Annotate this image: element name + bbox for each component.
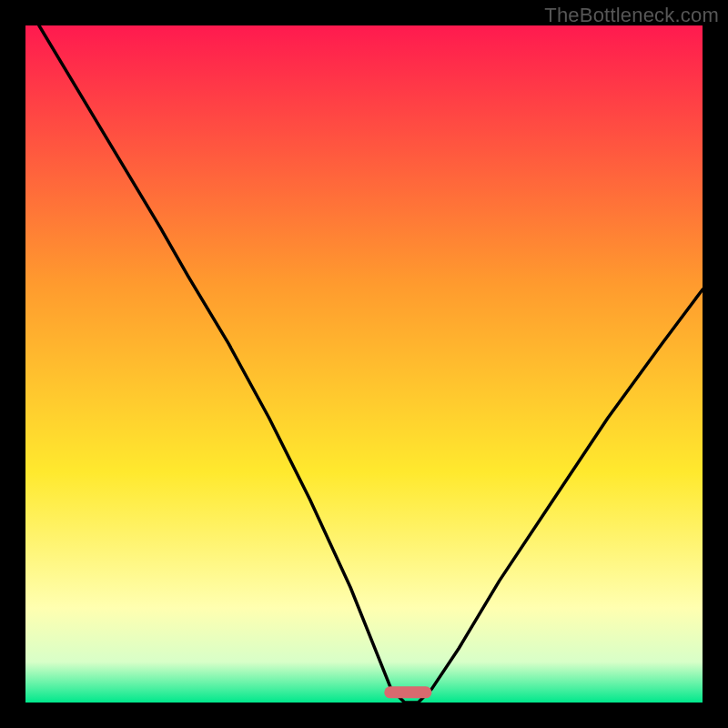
gradient-background [25, 25, 703, 703]
optimal-marker [384, 686, 431, 698]
plot-area [25, 25, 703, 703]
outer-frame: TheBottleneck.com [0, 0, 728, 728]
attribution-text: TheBottleneck.com [544, 4, 719, 27]
bottleneck-chart [25, 25, 703, 703]
